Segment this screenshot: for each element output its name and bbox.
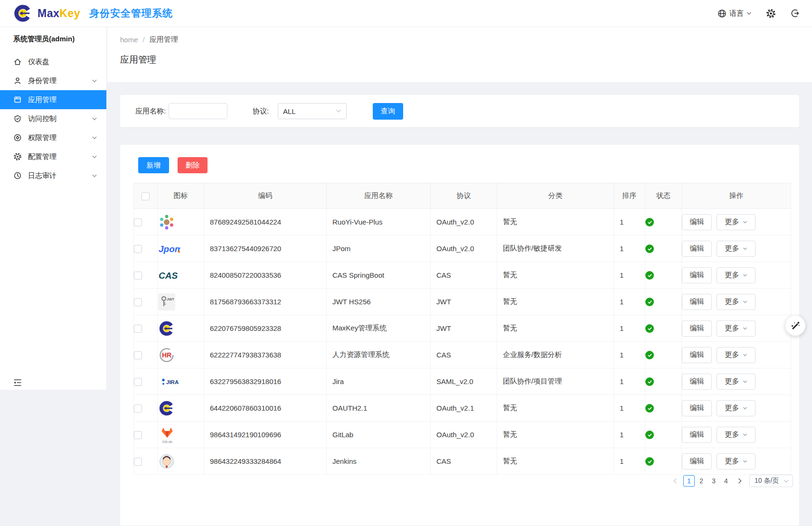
language-label: 语言 bbox=[729, 9, 744, 18]
row-checkbox[interactable] bbox=[134, 325, 142, 333]
more-button[interactable]: 更多 bbox=[717, 241, 755, 257]
more-button[interactable]: 更多 bbox=[717, 453, 755, 470]
edit-button[interactable]: 编辑 bbox=[682, 453, 712, 470]
page-button-1[interactable]: 1 bbox=[683, 475, 695, 487]
clock-icon bbox=[13, 171, 22, 180]
row-select-cell bbox=[134, 395, 158, 422]
menu-fold-icon[interactable] bbox=[12, 377, 23, 388]
status-cell bbox=[645, 235, 682, 262]
select-all-cell bbox=[134, 183, 158, 209]
more-button[interactable]: 更多 bbox=[717, 374, 755, 390]
chevron-down-icon bbox=[92, 174, 97, 178]
edit-button[interactable]: 编辑 bbox=[682, 267, 712, 283]
app-protocol: CAS bbox=[431, 342, 497, 368]
edit-button[interactable]: 编辑 bbox=[682, 241, 712, 257]
sidebar-item-label: 身份管理 bbox=[28, 76, 57, 85]
identity-icon bbox=[13, 76, 22, 85]
select-all-checkbox[interactable] bbox=[142, 192, 150, 200]
page-header-band: home / 应用管理 应用管理 bbox=[107, 27, 812, 82]
next-page-button[interactable] bbox=[736, 475, 744, 487]
edit-button[interactable]: 编辑 bbox=[682, 427, 712, 443]
app-protocol: OAuth_v2.0 bbox=[431, 209, 497, 235]
edit-button[interactable]: 编辑 bbox=[682, 214, 712, 230]
row-checkbox[interactable] bbox=[134, 298, 142, 306]
row-select-cell bbox=[134, 422, 158, 448]
table-header-row: 图标 编码 应用名称 协议 分类 排序 状态 操作 bbox=[134, 183, 791, 209]
dashboard-icon bbox=[13, 57, 22, 66]
app-icon-cell: HR bbox=[158, 342, 204, 368]
row-checkbox[interactable] bbox=[134, 378, 142, 386]
edit-button[interactable]: 编辑 bbox=[682, 400, 712, 416]
app-category: 暂无 bbox=[497, 422, 614, 448]
row-checkbox[interactable] bbox=[134, 272, 142, 280]
app-code: 817568793663373312 bbox=[204, 289, 327, 315]
app-category: 团队协作/项目管理 bbox=[497, 368, 614, 395]
ruoyi-app-icon bbox=[158, 213, 176, 231]
sidebar-item-label: 应用管理 bbox=[28, 95, 57, 104]
app-protocol: OAuth_v2.1 bbox=[431, 395, 497, 422]
page-button-3[interactable]: 3 bbox=[708, 475, 719, 487]
app-code: 837136275440926720 bbox=[204, 235, 327, 262]
more-button[interactable]: 更多 bbox=[717, 294, 755, 310]
sidebar-item-configuration[interactable]: 配置管理 bbox=[0, 147, 106, 166]
sidebar-item-audit-log[interactable]: 日志审计 bbox=[0, 166, 106, 185]
jenkins-app-icon bbox=[158, 452, 176, 470]
more-button[interactable]: 更多 bbox=[717, 400, 755, 416]
sidebar-item-access-control[interactable]: 访问控制 bbox=[0, 109, 106, 128]
edit-button[interactable]: 编辑 bbox=[682, 294, 712, 310]
sidebar-item-identity[interactable]: 身份管理 bbox=[0, 71, 106, 90]
more-button[interactable]: 更多 bbox=[717, 214, 755, 230]
row-checkbox[interactable] bbox=[134, 351, 142, 359]
row-checkbox[interactable] bbox=[134, 431, 142, 439]
status-cell bbox=[645, 448, 682, 475]
logout-icon[interactable] bbox=[790, 9, 800, 18]
add-button[interactable]: 新增 bbox=[138, 157, 169, 173]
edit-button[interactable]: 编辑 bbox=[682, 374, 712, 390]
row-checkbox[interactable] bbox=[134, 458, 142, 466]
chevron-down-icon bbox=[92, 79, 97, 83]
language-menu[interactable]: 语言 bbox=[718, 9, 752, 18]
more-button[interactable]: 更多 bbox=[717, 427, 755, 443]
app-icon-cell: GitLab bbox=[158, 422, 204, 448]
protocol-select[interactable]: ALL bbox=[278, 103, 347, 119]
page-size-select[interactable]: 10 条/页 bbox=[749, 475, 793, 487]
more-button[interactable]: 更多 bbox=[717, 267, 755, 283]
app-icon-cell bbox=[158, 315, 204, 342]
delete-button[interactable]: 删除 bbox=[178, 157, 208, 173]
row-checkbox[interactable] bbox=[134, 245, 142, 253]
app-protocol: CAS bbox=[431, 448, 497, 475]
search-button[interactable]: 查询 bbox=[373, 103, 403, 120]
edit-button[interactable]: 编辑 bbox=[682, 320, 712, 337]
row-checkbox[interactable] bbox=[134, 404, 142, 413]
status-enabled-icon bbox=[645, 324, 654, 333]
row-checkbox[interactable] bbox=[134, 218, 142, 226]
breadcrumb-home-link[interactable]: home bbox=[120, 36, 138, 44]
app-name-input[interactable] bbox=[169, 103, 227, 119]
settings-gear-icon[interactable] bbox=[766, 9, 776, 19]
page-button-2[interactable]: 2 bbox=[696, 475, 707, 487]
maxkey-app-icon bbox=[158, 399, 176, 417]
app-category: 暂无 bbox=[497, 262, 614, 289]
page-button-4[interactable]: 4 bbox=[720, 475, 732, 487]
chevron-down-icon bbox=[92, 117, 97, 121]
jwt-app-icon: JWT bbox=[158, 293, 176, 311]
sidebar-item-dashboard[interactable]: 仪表盘 bbox=[0, 52, 106, 71]
sidebar-item-applications[interactable]: 应用管理 bbox=[0, 90, 106, 109]
edit-button[interactable]: 编辑 bbox=[682, 347, 712, 363]
previous-page-button[interactable] bbox=[671, 475, 680, 487]
app-category: 暂无 bbox=[497, 289, 614, 315]
assistant-fab[interactable] bbox=[785, 316, 805, 336]
row-select-cell bbox=[134, 368, 158, 395]
applications-table: 图标 编码 应用名称 协议 分类 排序 状态 操作 87689249258104… bbox=[133, 183, 791, 475]
row-select-cell bbox=[134, 262, 158, 289]
column-header-sort: 排序 bbox=[614, 183, 645, 209]
table-row: GitLab986431492190109696GitLabOAuth_v2.0… bbox=[134, 422, 791, 448]
app-icon-cell: Jpom bbox=[158, 235, 204, 262]
chevron-down-icon bbox=[92, 136, 97, 140]
top-actions: 语言 bbox=[718, 9, 800, 19]
more-button[interactable]: 更多 bbox=[717, 320, 755, 337]
sidebar-item-permissions[interactable]: 权限管理 bbox=[0, 128, 106, 147]
more-button[interactable]: 更多 bbox=[717, 347, 755, 363]
status-enabled-icon bbox=[645, 351, 654, 359]
status-enabled-icon bbox=[645, 298, 654, 306]
